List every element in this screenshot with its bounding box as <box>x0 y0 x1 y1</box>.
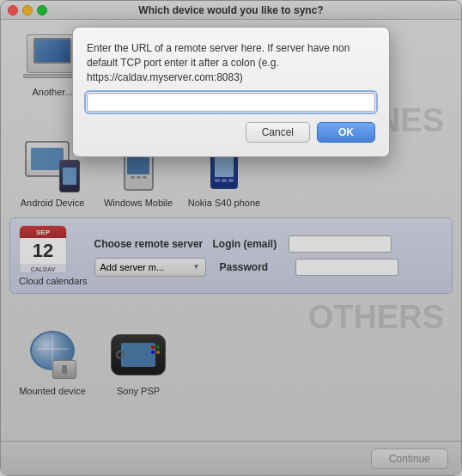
dialog-buttons: Cancel OK <box>87 122 375 143</box>
dialog-box: Enter the URL of a remote server here. I… <box>72 27 390 157</box>
dialog-overlay: Enter the URL of a remote server here. I… <box>1 1 461 475</box>
main-window: Which device would you like to sync? Ano… <box>0 0 462 476</box>
dialog-url-input[interactable] <box>87 93 375 112</box>
dialog-cancel-button[interactable]: Cancel <box>246 122 310 143</box>
dialog-ok-button[interactable]: OK <box>317 122 375 143</box>
dialog-message: Enter the URL of a remote server here. I… <box>87 41 375 84</box>
